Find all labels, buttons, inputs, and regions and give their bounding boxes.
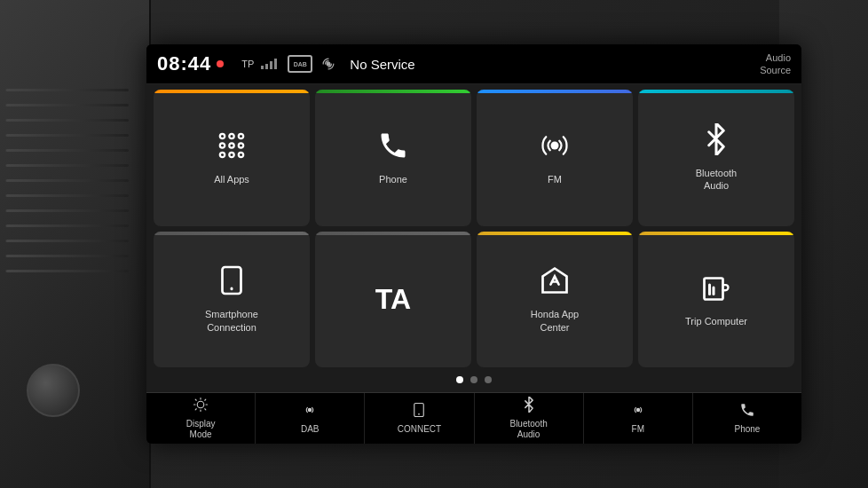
top-bar-center: TP DAB No Service <box>241 55 414 73</box>
phone-bottom-label: Phone <box>734 424 760 435</box>
all-apps-icon <box>216 130 248 168</box>
vent-line <box>6 224 129 227</box>
tile-honda-app-center[interactable]: Honda AppCenter <box>477 232 633 368</box>
phone-label: Phone <box>379 173 407 185</box>
fm-label: FM <box>548 173 562 185</box>
tp-label: TP <box>241 59 254 69</box>
tile-fm[interactable]: FM <box>477 90 633 226</box>
svg-point-6 <box>239 143 243 147</box>
apps-grid: All Apps Phone <box>154 90 794 367</box>
tile-phone[interactable]: Phone <box>315 90 471 226</box>
pagination-dot-1[interactable] <box>456 376 463 383</box>
tile-bluetooth-audio[interactable]: BluetoothAudio <box>638 90 794 226</box>
smartphone-connection-label: SmartphoneConnection <box>205 308 258 334</box>
signal-bar-3 <box>270 61 272 69</box>
bottom-bar: DisplayMode DAB <box>146 392 801 444</box>
bottom-bluetooth-icon <box>521 397 537 416</box>
vent-line <box>6 89 129 91</box>
svg-point-17 <box>197 401 204 408</box>
bottom-phone-icon <box>739 402 755 421</box>
tile-all-apps[interactable]: All Apps <box>154 90 310 226</box>
svg-point-5 <box>229 143 233 147</box>
pagination-dot-2[interactable] <box>470 376 477 383</box>
infotainment-screen: 08:44 TP DAB <box>146 44 801 444</box>
top-bar: 08:44 TP DAB <box>146 44 801 84</box>
svg-point-21 <box>636 408 641 413</box>
vent-line <box>6 255 129 257</box>
bottom-dab-icon <box>302 402 318 421</box>
bluetooth-audio-label: BluetoothAudio <box>696 167 737 193</box>
smartphone-connection-icon <box>216 264 248 303</box>
honda-app-center-label: Honda AppCenter <box>531 308 579 334</box>
bottom-fm-icon <box>630 402 646 421</box>
signal-bar-4 <box>274 59 277 69</box>
phone-icon <box>377 130 409 168</box>
bottom-connect[interactable]: CONNECT <box>365 393 474 444</box>
bottom-bluetooth-audio[interactable]: BluetoothAudio <box>475 393 584 444</box>
vent-line <box>6 179 129 182</box>
connect-label: CONNECT <box>398 424 441 435</box>
display-mode-label: DisplayMode <box>186 419 216 440</box>
all-apps-label: All Apps <box>214 173 249 185</box>
tile-ta[interactable]: TA <box>315 232 471 368</box>
vent-line <box>6 240 129 242</box>
vent-line <box>6 209 129 212</box>
tile-trip-computer[interactable]: Trip Computer <box>638 232 794 368</box>
radio-waves-icon <box>320 55 337 73</box>
vent-line <box>6 194 129 197</box>
main-content: All Apps Phone <box>146 84 801 392</box>
svg-point-3 <box>239 134 243 138</box>
vent-line <box>6 149 129 152</box>
car-frame: ❯ 08:44 TP DAB <box>0 0 868 488</box>
fm-icon <box>539 130 571 168</box>
audio-source-line1: Audio <box>766 52 791 63</box>
dab-label: DAB <box>301 424 320 435</box>
pagination-dots <box>154 373 794 387</box>
connect-icon <box>411 402 427 421</box>
recording-indicator <box>217 60 224 67</box>
vent-line <box>6 119 129 122</box>
svg-point-9 <box>239 153 243 157</box>
bottom-bluetooth-audio-label: BluetoothAudio <box>509 419 547 440</box>
tile-smartphone-connection[interactable]: SmartphoneConnection <box>154 232 310 368</box>
vent-line <box>6 104 129 106</box>
svg-point-8 <box>229 153 233 157</box>
trip-computer-label: Trip Computer <box>685 315 747 327</box>
bottom-fm[interactable]: FM <box>584 393 693 444</box>
svg-point-10 <box>551 142 559 150</box>
svg-point-7 <box>220 153 225 157</box>
dial-knob[interactable] <box>27 364 80 417</box>
display-mode-icon <box>193 397 209 416</box>
signal-bar-1 <box>261 66 264 69</box>
signal-bar-2 <box>265 64 268 69</box>
no-service-label: No Service <box>350 57 414 72</box>
audio-source-line2: Source <box>760 65 791 75</box>
ta-label: TA <box>375 283 411 316</box>
dab-label: DAB <box>294 61 307 67</box>
fm-bottom-label: FM <box>632 424 644 435</box>
signal-strength <box>261 59 277 69</box>
svg-point-18 <box>308 408 312 413</box>
svg-point-2 <box>229 134 233 138</box>
bottom-display-mode[interactable]: DisplayMode <box>146 393 256 444</box>
honda-app-center-icon <box>539 264 571 303</box>
bluetooth-audio-icon <box>700 123 732 161</box>
dab-icon: DAB <box>288 55 312 73</box>
audio-source-button[interactable]: Audio Source <box>760 51 791 77</box>
bottom-phone[interactable]: Phone <box>693 393 801 444</box>
vent-line <box>6 164 129 167</box>
left-vent <box>0 0 151 488</box>
trip-computer-icon <box>700 272 732 310</box>
pagination-dot-3[interactable] <box>485 376 492 383</box>
bottom-dab[interactable]: DAB <box>256 393 365 444</box>
svg-point-1 <box>220 134 225 138</box>
svg-point-0 <box>327 62 331 67</box>
vent-line <box>6 134 129 137</box>
svg-point-4 <box>220 143 225 147</box>
clock-display: 08:44 <box>157 52 211 75</box>
vent-lines <box>9 89 133 355</box>
vent-line <box>6 270 129 272</box>
